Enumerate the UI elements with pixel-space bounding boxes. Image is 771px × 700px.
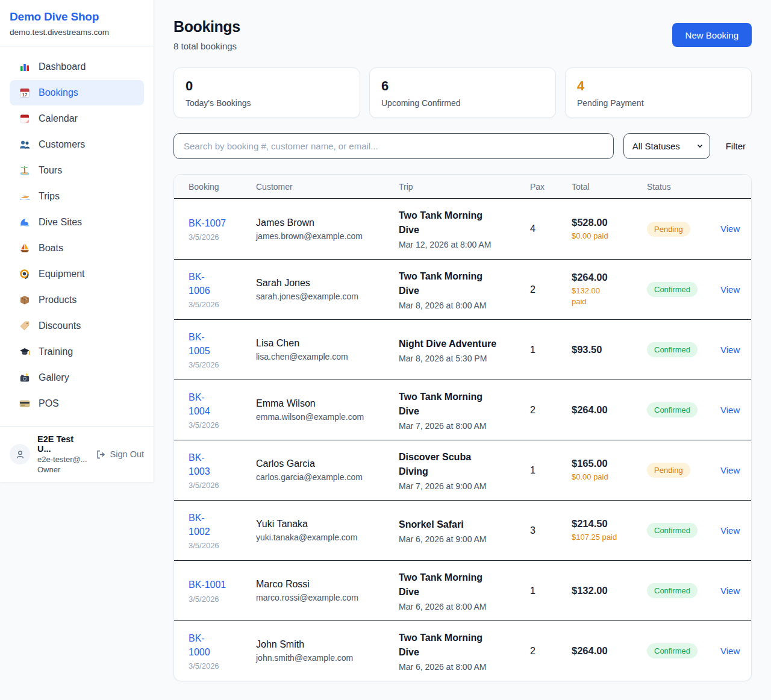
sidebar-item-trips[interactable]: Trips xyxy=(10,184,144,209)
pax-count: 2 xyxy=(530,646,572,657)
view-link[interactable]: View xyxy=(720,284,740,295)
sidebar-item-calendar[interactable]: Calendar xyxy=(10,106,144,131)
view-link[interactable]: View xyxy=(720,405,740,415)
customer-email: carlos.garcia@example.com xyxy=(256,472,390,482)
customer-email: john.smith@example.com xyxy=(256,653,390,663)
trip-datetime: Mar 6, 2026 at 8:00 AM xyxy=(399,602,522,611)
customer-name: Sarah Jones xyxy=(256,278,390,289)
status-badge: Confirmed xyxy=(647,282,698,297)
booking-date: 3/5/2026 xyxy=(189,541,248,550)
person-icon xyxy=(15,449,25,460)
table-row: BK-1007 3/5/2026 James Brown james.brown… xyxy=(174,199,751,259)
status-select[interactable]: All Statuses xyxy=(623,133,710,159)
total-amount: $264.00 xyxy=(572,272,638,283)
sidebar-item-dashboard[interactable]: Dashboard xyxy=(10,54,144,80)
trip-name: Discover Scuba Diving xyxy=(399,450,522,479)
sidebar-item-boats[interactable]: Boats xyxy=(10,236,144,261)
status-badge: Confirmed xyxy=(647,342,698,357)
stat-value: 0 xyxy=(186,78,348,94)
trip-name: Two Tank Morning Dive xyxy=(399,269,522,298)
customer-email: sarah.jones@example.com xyxy=(256,292,390,301)
sidebar-item-bookings[interactable]: 17 Bookings xyxy=(10,80,144,105)
trip-datetime: Mar 8, 2026 at 5:30 PM xyxy=(399,354,522,363)
sidebar-item-discounts[interactable]: Discounts xyxy=(10,313,144,339)
table-row: BK- 1003 3/5/2026 Carlos Garcia carlos.g… xyxy=(174,440,751,500)
table-row: BK- 1002 3/5/2026 Yuki Tanaka yuki.tanak… xyxy=(174,500,751,560)
total-amount: $93.50 xyxy=(572,344,638,355)
search-input[interactable] xyxy=(173,133,614,159)
booking-id-link[interactable]: BK- 1002 xyxy=(189,511,210,539)
status-badge: Confirmed xyxy=(647,583,698,598)
sidebar-item-training[interactable]: Training xyxy=(10,339,144,364)
sidebar-item-equipment[interactable]: Equipment xyxy=(10,261,144,287)
table-row: BK- 1005 3/5/2026 Lisa Chen lisa.chen@ex… xyxy=(174,319,751,380)
sidebar-item-dive-sites[interactable]: Dive Sites xyxy=(10,210,144,235)
customer-email: yuki.tanaka@example.com xyxy=(256,533,390,542)
customer-name: Lisa Chen xyxy=(256,338,390,349)
logout-icon xyxy=(96,449,106,460)
table-row: BK- 1006 3/5/2026 Sarah Jones sarah.jone… xyxy=(174,259,751,319)
booking-date: 3/5/2026 xyxy=(189,300,248,309)
status-badge: Confirmed xyxy=(647,643,698,658)
user-email: e2e-tester@... xyxy=(37,455,89,464)
pax-count: 1 xyxy=(530,465,572,476)
trip-datetime: Mar 7, 2026 at 8:00 AM xyxy=(399,421,522,431)
customer-name: John Smith xyxy=(256,639,390,650)
paid-amount: $0.00 paid xyxy=(572,231,638,242)
view-link[interactable]: View xyxy=(720,465,740,475)
customer-name: Carlos Garcia xyxy=(256,458,390,469)
sidebar-item-gallery[interactable]: Gallery xyxy=(10,365,144,390)
pax-count: 2 xyxy=(530,284,572,295)
stat-card-pending: 4 Pending Payment xyxy=(565,67,752,118)
table-body: BK-1007 3/5/2026 James Brown james.brown… xyxy=(174,199,751,681)
status-badge: Pending xyxy=(647,222,690,237)
column-header-trip: Trip xyxy=(399,182,530,192)
sidebar-item-pos[interactable]: POS xyxy=(10,391,144,416)
booking-id-link[interactable]: BK- 1006 xyxy=(189,270,210,298)
trip-name: Snorkel Safari xyxy=(399,517,522,532)
customer-name: Marco Rossi xyxy=(256,579,390,590)
calendar-icon xyxy=(19,113,30,124)
trip-name: Two Tank Morning Dive xyxy=(399,208,522,237)
pax-count: 3 xyxy=(530,525,572,536)
table-row: BK-1001 3/5/2026 Marco Rossi marco.rossi… xyxy=(174,560,751,620)
main-content: Bookings 8 total bookings New Booking 0 … xyxy=(154,0,771,698)
trip-name: Two Tank Morning Dive xyxy=(399,570,522,599)
booking-id-link[interactable]: BK- 1003 xyxy=(189,451,210,478)
view-link[interactable]: View xyxy=(720,646,740,656)
trip-name: Two Tank Morning Dive xyxy=(399,631,522,660)
booking-id-link[interactable]: BK-1007 xyxy=(189,216,226,230)
stat-value: 6 xyxy=(381,78,544,94)
stat-label: Today's Bookings xyxy=(186,98,348,108)
booking-id-link[interactable]: BK- 1004 xyxy=(189,390,210,418)
view-link[interactable]: View xyxy=(720,345,740,355)
booking-date: 3/5/2026 xyxy=(189,595,248,604)
booking-id-link[interactable]: BK- 1005 xyxy=(189,330,210,358)
status-badge: Confirmed xyxy=(647,402,698,417)
total-amount: $528.00 xyxy=(572,217,638,228)
view-link[interactable]: View xyxy=(720,525,740,536)
bar-chart-icon xyxy=(19,61,30,72)
filter-button[interactable]: Filter xyxy=(720,141,752,151)
wave-icon xyxy=(19,217,30,228)
booking-id-link[interactable]: BK- 1000 xyxy=(189,631,210,659)
stat-card-today: 0 Today's Bookings xyxy=(173,67,360,118)
sidebar-item-tours[interactable]: Tours xyxy=(10,158,144,183)
column-header-total: Total xyxy=(572,182,647,192)
total-amount: $264.00 xyxy=(572,645,638,657)
customer-email: marco.rossi@example.com xyxy=(256,593,390,602)
booking-id-link[interactable]: BK-1001 xyxy=(189,578,226,592)
view-link[interactable]: View xyxy=(720,223,740,234)
view-link[interactable]: View xyxy=(720,586,740,596)
sign-out-label: Sign Out xyxy=(110,449,144,459)
sign-out-button[interactable]: Sign Out xyxy=(96,449,144,460)
sidebar-item-products[interactable]: Products xyxy=(10,287,144,313)
camera-icon xyxy=(19,372,30,383)
trip-datetime: Mar 8, 2026 at 8:00 AM xyxy=(399,301,522,310)
sidebar-item-customers[interactable]: Customers xyxy=(10,132,144,157)
page-title: Bookings xyxy=(173,18,240,36)
total-amount: $264.00 xyxy=(572,404,638,416)
people-icon xyxy=(19,139,30,150)
new-booking-button[interactable]: New Booking xyxy=(672,23,752,47)
pax-count: 4 xyxy=(530,223,572,234)
